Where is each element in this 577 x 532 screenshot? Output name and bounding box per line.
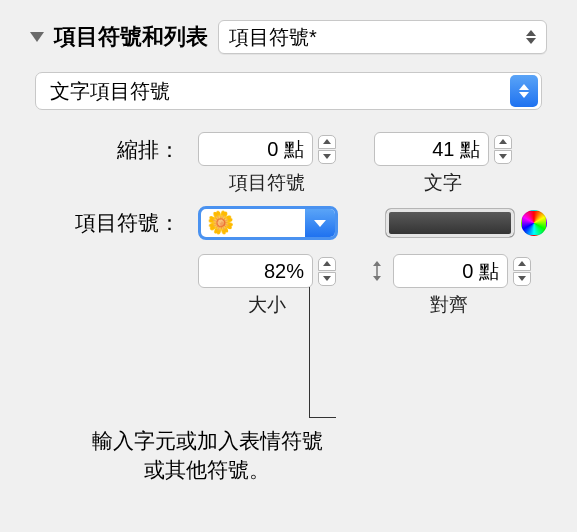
stepper-up-icon[interactable] bbox=[494, 135, 512, 149]
color-picker-icon[interactable] bbox=[521, 210, 547, 236]
text-indent-sublabel: 文字 bbox=[424, 170, 462, 196]
popup-arrow-icon bbox=[510, 75, 538, 107]
stepper-down-icon[interactable] bbox=[318, 272, 336, 286]
bullet-label: 項目符號： bbox=[30, 209, 180, 237]
bullet-type-popup[interactable]: 文字項目符號 bbox=[35, 72, 542, 110]
stepper-up-icon[interactable] bbox=[318, 135, 336, 149]
callout-leader-line bbox=[309, 417, 336, 418]
vertical-align-icon bbox=[366, 259, 388, 283]
text-indent-value: 41 點 bbox=[432, 136, 480, 163]
size-value: 82% bbox=[264, 260, 304, 283]
stepper-up-icon[interactable] bbox=[318, 257, 336, 271]
size-input[interactable]: 82% bbox=[198, 254, 313, 288]
stepper-down-icon[interactable] bbox=[513, 272, 531, 286]
bullet-indent-sublabel: 項目符號 bbox=[229, 170, 305, 196]
callout-text: 輸入字元或加入表情符號 或其他符號。 bbox=[62, 427, 352, 484]
align-sublabel: 對齊 bbox=[430, 292, 468, 318]
align-stepper[interactable] bbox=[513, 257, 531, 286]
bullet-indent-stepper[interactable] bbox=[318, 135, 336, 164]
align-value: 0 點 bbox=[462, 258, 499, 285]
callout-leader-line bbox=[309, 287, 310, 417]
size-sublabel: 大小 bbox=[248, 292, 286, 318]
bullet-character-popup[interactable]: 🌼 bbox=[198, 206, 338, 240]
list-style-popup-label: 項目符號* bbox=[229, 24, 317, 51]
align-input[interactable]: 0 點 bbox=[393, 254, 508, 288]
list-style-popup[interactable]: 項目符號* bbox=[218, 20, 547, 54]
dropdown-arrow-icon bbox=[305, 209, 335, 237]
bullet-indent-input[interactable]: 0 點 bbox=[198, 132, 313, 166]
text-indent-stepper[interactable] bbox=[494, 135, 512, 164]
text-indent-input[interactable]: 41 點 bbox=[374, 132, 489, 166]
callout-line1: 輸入字元或加入表情符號 bbox=[92, 429, 323, 452]
size-stepper[interactable] bbox=[318, 257, 336, 286]
bullet-type-popup-label: 文字項目符號 bbox=[50, 78, 170, 105]
disclosure-triangle-icon[interactable] bbox=[30, 32, 44, 42]
stepper-down-icon[interactable] bbox=[494, 150, 512, 164]
indent-label: 縮排： bbox=[30, 132, 180, 164]
bullet-indent-value: 0 點 bbox=[267, 136, 304, 163]
callout-line2: 或其他符號。 bbox=[144, 458, 270, 481]
updown-chevron-icon bbox=[526, 30, 536, 44]
stepper-up-icon[interactable] bbox=[513, 257, 531, 271]
bullet-color-well[interactable] bbox=[385, 208, 515, 238]
bullet-emoji-display: 🌼 bbox=[201, 209, 305, 237]
section-title: 項目符號和列表 bbox=[54, 22, 208, 52]
stepper-down-icon[interactable] bbox=[318, 150, 336, 164]
